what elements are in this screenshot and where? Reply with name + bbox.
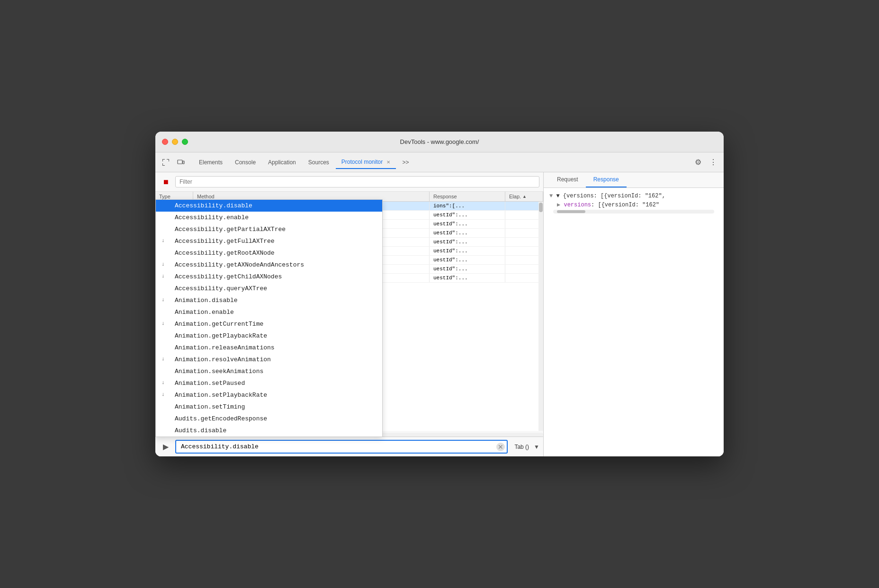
right-panel-scrollbar[interactable] [553,210,714,214]
response-cell: ions":[... [430,202,505,210]
autocomplete-item[interactable]: ↓ Animation.getCurrentTime [156,318,382,330]
settings-icon[interactable]: ⚙ [691,156,705,169]
autocomplete-item[interactable]: ↓ Accessibility.getChildAXNodes [156,271,382,283]
tab-request[interactable]: Request [549,172,586,187]
response-cell: uestId":... [430,274,505,282]
autocomplete-dropdown[interactable]: Accessibility.disable Accessibility.enab… [155,199,383,437]
devtools-body: Elements Console Application Sources Pro… [155,152,724,456]
close-button[interactable] [162,139,168,145]
autocomplete-item[interactable]: Accessibility.getPartialAXTree [156,223,382,235]
item-arrow-icon: ↓ [161,261,165,267]
item-arrow-icon: ↓ [161,380,165,385]
svg-rect-3 [162,165,165,166]
autocomplete-item[interactable]: ↓ Accessibility.getAXNodeAndAncestors [156,259,382,271]
elapsed-cell [505,202,543,210]
autocomplete-item[interactable]: Accessibility.enable [156,212,382,223]
tab-sources[interactable]: Sources [303,156,335,169]
dropdown-arrow-icon[interactable]: ▼ [534,444,539,450]
minimize-button[interactable] [172,139,178,145]
item-arrow-icon: ↓ [161,321,165,326]
response-column-header: Response [430,192,505,201]
more-options-icon[interactable]: ⋮ [707,156,720,169]
autocomplete-item[interactable]: ↓ Animation.disable [156,294,382,306]
response-cell: uestId":... [430,247,505,255]
autocomplete-item[interactable]: Animation.seekAnimations [156,365,382,377]
right-panel: Request Response ▼ ▼ {versions: [{versio… [544,172,724,456]
select-element-icon[interactable] [159,156,172,169]
elapsed-column-header: Elap. ▲ [505,192,543,201]
right-panel-tabs: Request Response [544,172,724,188]
autocomplete-item[interactable]: Accessibility.getRootAXNode [156,247,382,259]
tab-close-icon[interactable]: ✕ [386,160,390,165]
elapsed-cell [505,220,543,228]
autocomplete-item[interactable]: ↓ Animation.setPaused [156,377,382,389]
json-text: [{versionId: "162" [598,202,659,208]
filter-bar: ⏹ [155,172,543,192]
toolbar-left [159,156,188,169]
vertical-scrollbar[interactable] [538,202,543,431]
elapsed-cell [505,265,543,273]
item-arrow-icon: ↓ [161,238,165,243]
main-content: ⏹ Type Method Response El [155,172,724,456]
autocomplete-item[interactable]: Audits.disable [156,425,382,437]
elapsed-cell [505,274,543,282]
svg-rect-6 [178,160,182,164]
item-arrow-icon: ↓ [161,297,165,303]
json-line: ▼ ▼ {versions: [{versionId: "162", [549,192,718,201]
svg-rect-5 [169,159,169,161]
tab-elements[interactable]: Elements [193,156,228,169]
stop-recording-icon[interactable]: ⏹ [159,175,172,188]
response-cell: uestId":... [430,211,505,219]
toolbar: Elements Console Application Sources Pro… [155,152,724,172]
elapsed-cell [505,247,543,255]
devtools-window: DevTools - www.google.com/ [155,132,724,456]
clear-input-button[interactable]: ✕ [496,443,505,451]
autocomplete-item[interactable]: Audits.getEncodedResponse [156,413,382,425]
autocomplete-item[interactable]: Animation.getPlaybackRate [156,330,382,342]
autocomplete-item[interactable]: Accessibility.queryAXTree [156,283,382,294]
tab-application[interactable]: Application [262,156,302,169]
bottom-bar: Accessibility.disable Accessibility.enab… [155,437,543,456]
title-bar: DevTools - www.google.com/ [155,132,724,152]
expand-arrow-icon[interactable]: ▶ [557,202,560,208]
tab-protocol-monitor[interactable]: Protocol monitor ✕ [336,156,396,169]
item-arrow-icon: ↓ [161,356,165,362]
toolbar-tabs: Elements Console Application Sources Pro… [193,156,690,169]
autocomplete-item[interactable]: Accessibility.disable [156,200,382,212]
right-scrollbar-thumb [557,210,585,213]
tab-response[interactable]: Response [586,172,627,187]
tab-hint: Tab () [514,444,529,450]
item-arrow-icon: ↓ [161,392,165,397]
json-key: versions [564,202,591,208]
traffic-lights [162,139,188,145]
response-cell: uestId":... [430,229,505,237]
autocomplete-item[interactable]: Animation.enable [156,306,382,318]
autocomplete-item[interactable]: ↓ Animation.resolveAnimation [156,354,382,365]
svg-rect-1 [162,159,163,161]
window-title: DevTools - www.google.com/ [400,138,479,145]
tab-console[interactable]: Console [229,156,261,169]
device-toggle-icon[interactable] [174,156,188,169]
command-input-wrapper: ✕ [175,440,508,454]
autocomplete-item[interactable]: ↓ Animation.setPlaybackRate [156,389,382,401]
response-cell: uestId":... [430,238,505,246]
response-cell: uestId":... [430,256,505,264]
filter-input[interactable] [175,176,539,187]
autocomplete-item[interactable]: Animation.releaseAnimations [156,342,382,354]
response-cell: uestId":... [430,220,505,228]
command-input[interactable] [175,440,508,454]
autocomplete-item[interactable]: Animation.setTiming [156,401,382,413]
elapsed-cell [505,211,543,219]
collapse-arrow-icon[interactable]: ▼ [549,193,553,199]
run-button[interactable]: ▶ [159,440,172,454]
right-panel-content: ▼ ▼ {versions: [{versionId: "162", ▶ ver… [544,188,724,456]
json-nested-line: ▶ versions: [{versionId: "162" [549,201,718,210]
elapsed-cell [505,256,543,264]
autocomplete-item[interactable]: ↓ Accessibility.getFullAXTree [156,235,382,247]
item-arrow-icon: ↓ [161,273,165,279]
svg-rect-7 [183,161,184,164]
response-cell: uestId":... [430,265,505,273]
maximize-button[interactable] [182,139,188,145]
scrollbar-thumb [539,203,543,212]
tab-overflow[interactable]: >> [397,156,415,169]
